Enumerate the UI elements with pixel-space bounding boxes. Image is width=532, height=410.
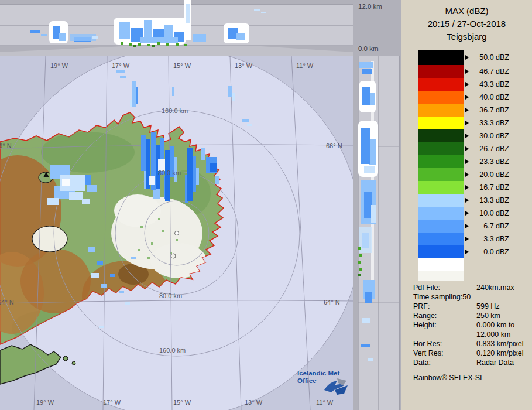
- top-profile-canvas: [0, 0, 353, 56]
- station-name: Teigsbjarg: [401, 30, 532, 43]
- info-row: PRF:599 Hz: [413, 302, 524, 311]
- arrow-right-icon: [465, 121, 469, 125]
- radar-app-window: Icelandic Met Office 19° W19° W17° W17° …: [0, 0, 532, 410]
- dbz-scale-tail: [418, 258, 464, 281]
- info-label: Vert Res:: [413, 348, 476, 358]
- lon-label: 17° W: [112, 62, 129, 69]
- arrow-right-icon: [465, 211, 469, 216]
- dbz-swatch: [418, 168, 464, 181]
- product-title: MAX (dBZ): [401, 5, 532, 18]
- info-row: Data:Radar Data: [413, 358, 524, 367]
- dbz-swatch: [418, 104, 464, 117]
- info-lines: Pdf File:240km.maxTime sampling:50PRF:59…: [413, 283, 524, 367]
- dbz-swatch: [418, 117, 464, 129]
- dbz-scale-label: 43.3 dBZ: [471, 80, 509, 88]
- side-profile-canvas: [353, 0, 401, 410]
- radar-site-marker: [175, 231, 179, 235]
- lon-label: 19° W: [36, 399, 54, 406]
- dbz-scale-row: 10.0 dBZ: [418, 207, 509, 220]
- ring-label: 160.0 km: [162, 107, 188, 114]
- dbz-scale-row: 23.3 dBZ: [418, 155, 509, 168]
- dbz-scale-row: 16.7 dBZ: [418, 181, 509, 194]
- dbz-scale-row: 0.0 dBZ: [418, 245, 509, 258]
- dbz-scale-row: 36.7 dBZ: [418, 104, 509, 117]
- dbz-swatch: [418, 50, 464, 65]
- info-label: Time sampling:50: [413, 292, 476, 302]
- info-label: Hor Res:: [413, 339, 476, 348]
- arrow-right-icon: [465, 185, 469, 190]
- info-row: 12.000 km: [413, 330, 524, 339]
- dbz-scale-row: 33.3 dBZ: [418, 117, 509, 129]
- lat-label: 66° N: [0, 142, 12, 149]
- lon-label: 13° W: [245, 399, 262, 406]
- legend-title-block: MAX (dBZ) 20:15 / 27-Oct-2018 Teigsbjarg: [401, 5, 532, 43]
- info-row: Height:0.000 km to: [413, 320, 524, 330]
- profile-top-height-label: 12.0 km: [358, 3, 382, 10]
- arrow-right-icon: [465, 172, 469, 177]
- dbz-scale-row: 46.7 dBZ: [418, 65, 509, 78]
- info-label: Height:: [413, 320, 476, 330]
- arrow-right-icon: [465, 159, 469, 164]
- lon-label: 13° W: [235, 62, 252, 69]
- info-label: [413, 330, 476, 339]
- radar-map[interactable]: Icelandic Met Office 19° W19° W17° W17° …: [0, 0, 353, 410]
- dbz-scale-row: 13.3 dBZ: [418, 194, 509, 207]
- arrow-right-icon: [465, 134, 469, 138]
- ring-label: 80.0 km: [159, 292, 182, 299]
- info-label: Range:: [413, 311, 476, 320]
- dbz-swatch: [418, 78, 464, 91]
- arrow-right-icon: [465, 55, 469, 60]
- lat-label: 66° N: [326, 142, 342, 149]
- info-value: 12.000 km: [476, 330, 510, 339]
- info-row: Time sampling:50: [413, 292, 524, 302]
- dbz-scale-row: 3.3 dBZ: [418, 233, 509, 245]
- dbz-scale-row: 40.0 dBZ: [418, 91, 509, 104]
- arrow-right-icon: [465, 237, 469, 241]
- dbz-swatch: [418, 207, 464, 220]
- product-datetime: 20:15 / 27-Oct-2018: [401, 18, 532, 30]
- arrow-right-icon: [465, 198, 469, 203]
- dbz-swatch: [418, 194, 464, 207]
- lat-label: 64° N: [324, 299, 340, 306]
- info-value: 240km.max: [476, 283, 514, 292]
- dbz-scale-row: 26.7 dBZ: [418, 142, 509, 155]
- dbz-scale-row: 30.0 dBZ: [418, 129, 509, 142]
- dbz-swatch: [418, 220, 464, 233]
- info-value: 0.120 km/pixel: [476, 348, 524, 358]
- dbz-scale-row: 6.7 dBZ: [418, 220, 509, 233]
- dbz-swatch: [418, 233, 464, 245]
- legend-panel: MAX (dBZ) 20:15 / 27-Oct-2018 Teigsbjarg…: [401, 0, 532, 410]
- dbz-scale-label: 50.0 dBZ: [471, 53, 509, 62]
- info-label: Pdf File:: [413, 283, 476, 292]
- dbz-scale-label: 33.3 dBZ: [471, 119, 509, 127]
- info-row: Pdf File:240km.max: [413, 283, 524, 292]
- dbz-scale-label: 3.3 dBZ: [471, 235, 509, 243]
- dbz-scale-label: 20.0 dBZ: [471, 170, 509, 179]
- dbz-scale-row: 43.3 dBZ: [418, 78, 509, 91]
- info-value: Radar Data: [476, 358, 514, 367]
- lon-label: 17° W: [103, 399, 121, 406]
- legend-footer: Rainbow® SELEX-SI: [413, 374, 482, 382]
- dbz-swatch: [418, 142, 464, 155]
- lon-label: 11° W: [316, 399, 333, 406]
- arrow-right-icon: [465, 250, 469, 254]
- dbz-scale-label: 40.0 dBZ: [471, 93, 509, 101]
- lon-label: 15° W: [173, 62, 191, 69]
- arrow-right-icon: [465, 108, 469, 112]
- lon-label: 19° W: [50, 62, 68, 69]
- info-value: 0.000 km to: [476, 320, 514, 330]
- arrow-right-icon: [465, 69, 469, 74]
- dbz-scale-row: 50.0 dBZ: [418, 50, 509, 65]
- info-label: Data:: [413, 358, 476, 367]
- info-row: Range:250 km: [413, 311, 524, 320]
- arrow-right-icon: [465, 95, 469, 100]
- dbz-scale-label: 6.7 dBZ: [471, 222, 509, 230]
- info-label: PRF:: [413, 302, 476, 311]
- dbz-swatch: [418, 129, 464, 142]
- dbz-scale-label: 30.0 dBZ: [471, 132, 509, 140]
- dbz-scale-label: 23.3 dBZ: [471, 158, 509, 166]
- dbz-scale: 50.0 dBZ46.7 dBZ43.3 dBZ40.0 dBZ36.7 dBZ…: [418, 50, 509, 258]
- dbz-scale-label: 10.0 dBZ: [471, 209, 509, 217]
- dbz-swatch: [418, 91, 464, 104]
- ring-label: 80.0 km: [158, 169, 181, 176]
